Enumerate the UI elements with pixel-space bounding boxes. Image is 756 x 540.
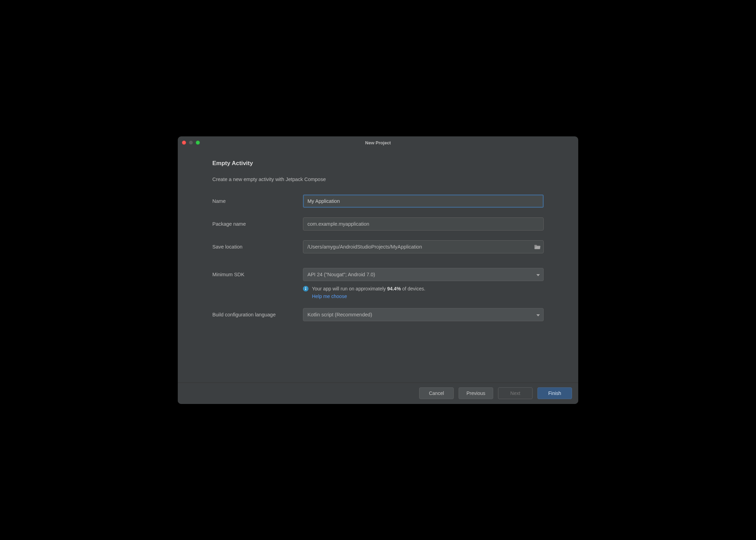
sdk-info-text: Your app will run on approximately 94.4%… (312, 286, 425, 291)
zoom-window-button[interactable] (196, 141, 200, 145)
new-project-dialog: New Project Empty Activity Create a new … (178, 136, 578, 404)
sdk-info-percent: 94.4% (387, 286, 401, 291)
sdk-info: Your app will run on approximately 94.4%… (303, 286, 544, 299)
package-name-label: Package name (212, 221, 303, 227)
sdk-info-prefix: Your app will run on approximately (312, 286, 387, 291)
footer: Cancel Previous Next Finish (178, 382, 578, 404)
chevron-down-icon (536, 312, 540, 317)
svg-rect-1 (305, 288, 306, 290)
window-title: New Project (178, 140, 578, 145)
svg-point-2 (305, 287, 306, 288)
build-language-label: Build configuration language (212, 312, 303, 317)
browse-folder-icon[interactable] (534, 244, 541, 250)
package-name-input[interactable] (303, 217, 544, 231)
build-language-value: Kotlin script (Recommended) (307, 312, 372, 317)
name-label: Name (212, 198, 303, 204)
minimize-window-button[interactable] (189, 141, 193, 145)
info-icon (303, 286, 308, 291)
build-language-select[interactable]: Kotlin script (Recommended) (303, 308, 544, 321)
name-input[interactable] (303, 195, 544, 208)
next-button: Next (498, 387, 533, 399)
sdk-info-suffix: of devices. (401, 286, 425, 291)
chevron-down-icon (536, 272, 540, 277)
save-location-label: Save location (212, 244, 303, 250)
finish-button[interactable]: Finish (537, 387, 572, 399)
cancel-button[interactable]: Cancel (419, 387, 454, 399)
help-me-choose-link[interactable]: Help me choose (312, 294, 347, 299)
window-controls (182, 141, 200, 145)
previous-button[interactable]: Previous (459, 387, 493, 399)
page-heading: Empty Activity (212, 160, 544, 167)
page-subheading: Create a new empty activity with Jetpack… (212, 177, 544, 182)
titlebar: New Project (178, 136, 578, 150)
minimum-sdk-select[interactable]: API 24 ("Nougat"; Android 7.0) (303, 268, 544, 281)
minimum-sdk-label: Minimum SDK (212, 272, 303, 277)
minimum-sdk-value: API 24 ("Nougat"; Android 7.0) (307, 272, 375, 277)
save-location-input[interactable] (303, 240, 544, 253)
close-window-button[interactable] (182, 141, 186, 145)
